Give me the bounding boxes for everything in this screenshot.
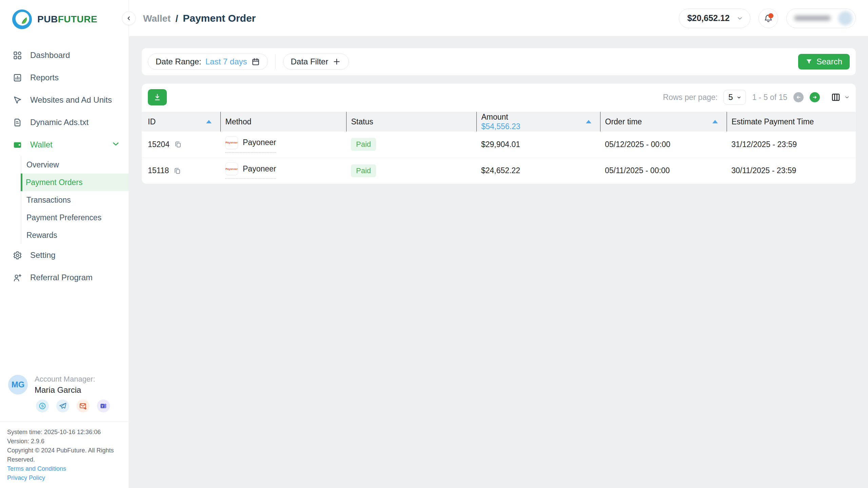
- copy-icon[interactable]: [174, 167, 181, 175]
- sidebar-item-transactions[interactable]: Transactions: [21, 191, 129, 209]
- copy-icon[interactable]: [174, 141, 182, 148]
- header-id[interactable]: ID: [142, 112, 220, 131]
- telegram-icon[interactable]: [56, 400, 69, 412]
- status-badge: Paid: [351, 164, 376, 177]
- order-id: 15118: [148, 166, 169, 175]
- rows-per-page-value: 5: [728, 93, 733, 102]
- sidebar-item-setting[interactable]: Setting: [0, 244, 129, 266]
- sidebar: PUBFUTURE Dashboard: [0, 0, 129, 488]
- sidebar-item-websites-ad-units[interactable]: Websites and Ad Units: [0, 89, 129, 111]
- app-root: PUBFUTURE Dashboard: [0, 0, 868, 488]
- amount-total: $54,556.23: [481, 122, 520, 131]
- notification-badge: [768, 13, 773, 18]
- order-time: 05/12/2025 - 00:00: [605, 140, 670, 149]
- header-order-time[interactable]: Order time: [600, 112, 727, 131]
- chevron-left-icon: [126, 15, 132, 21]
- payoneer-logo: Payoneer: [225, 162, 238, 175]
- balance-dropdown[interactable]: $20,652.12: [679, 8, 750, 28]
- page-title: Payment Order: [183, 13, 256, 24]
- dashboard-icon: [13, 51, 22, 60]
- filter-funnel-icon: [806, 58, 812, 65]
- rows-per-page-label: Rows per page:: [663, 93, 717, 102]
- payment-method[interactable]: Payoneer Payoneer: [225, 136, 276, 153]
- divider: [0, 421, 129, 422]
- download-icon: [153, 93, 162, 102]
- manager-name: Maria Garcia: [35, 385, 95, 395]
- sidebar-item-label: Websites and Ad Units: [30, 95, 112, 105]
- order-amount: $29,904.01: [481, 140, 520, 149]
- terms-link[interactable]: Terms and Conditions: [7, 464, 122, 473]
- header-estimate-payment-time[interactable]: Estimate Payment Time: [727, 112, 856, 131]
- notifications-button[interactable]: [758, 8, 778, 28]
- email-icon[interactable]: [77, 400, 90, 412]
- header-amount[interactable]: Amount $54,556.23: [476, 112, 600, 131]
- header-method-label: Method: [225, 117, 252, 126]
- sidebar-item-reports[interactable]: Reports: [0, 66, 129, 89]
- chevron-down-icon: [111, 139, 120, 150]
- previous-page-button[interactable]: [793, 92, 804, 102]
- sidebar-item-label: Referral Program: [30, 273, 93, 282]
- sidebar-item-referral-program[interactable]: Referral Program: [0, 266, 129, 289]
- manager-label: Account Manager:: [35, 375, 95, 384]
- table-toolbar: Rows per page: 5 1 - 5 of 15: [142, 84, 856, 112]
- date-range-filter[interactable]: Date Range: Last 7 days: [148, 54, 268, 70]
- sidebar-item-rewards[interactable]: Rewards: [21, 226, 129, 244]
- estimate-payment-time: 30/11/2025 - 23:59: [731, 166, 796, 175]
- pagination-range: 1 - 5 of 15: [752, 93, 787, 102]
- chevron-down-icon: [736, 95, 742, 100]
- system-time: System time: 2025-10-16 12:36:06: [7, 428, 122, 437]
- plus-icon: [332, 57, 341, 66]
- arrow-right-icon: [812, 94, 818, 100]
- header-order-time-label: Order time: [605, 117, 642, 126]
- column-picker[interactable]: [831, 92, 850, 102]
- sidebar-collapse-button[interactable]: [122, 12, 136, 25]
- arrow-left-icon: [795, 94, 802, 100]
- sidebar-item-dynamic-ads[interactable]: Dynamic Ads.txt: [0, 111, 129, 134]
- calendar-icon: [251, 57, 260, 66]
- sidebar-item-payment-preferences[interactable]: Payment Preferences: [21, 209, 129, 226]
- order-amount: $24,652.22: [481, 166, 520, 175]
- header-method[interactable]: Method: [220, 112, 346, 131]
- search-button-label: Search: [816, 57, 842, 66]
- chevron-down-icon: [844, 95, 850, 100]
- privacy-link[interactable]: Privacy Policy: [7, 473, 122, 483]
- breadcrumb-wallet[interactable]: Wallet: [143, 13, 171, 24]
- sidebar-item-payment-orders[interactable]: Payment Orders: [21, 174, 129, 191]
- table-row: 15204 Payoneer Payoneer: [142, 131, 856, 158]
- svg-text:S: S: [41, 404, 44, 408]
- version: Version: 2.9.6: [7, 437, 122, 446]
- sidebar-item-overview[interactable]: Overview: [21, 156, 129, 174]
- sidebar-item-wallet[interactable]: Wallet: [0, 134, 129, 156]
- payment-method-name: Payoneer: [243, 164, 276, 174]
- topbar: Wallet / Payment Order $20,652.12: [129, 0, 868, 37]
- content: Date Range: Last 7 days Data Filter Sear…: [129, 37, 868, 488]
- user-avatar-redacted: [838, 11, 852, 25]
- manager-avatar: MG: [8, 375, 28, 394]
- sort-ascending-icon: [206, 120, 212, 123]
- svg-text:T: T: [101, 404, 103, 408]
- search-button[interactable]: Search: [798, 54, 850, 69]
- sidebar-footer: MG Account Manager: Maria Garcia S T: [0, 375, 129, 488]
- submenu-item-label: Payment Preferences: [26, 213, 101, 222]
- user-menu[interactable]: [786, 8, 856, 28]
- copyright: Copyright © 2024 PubFuture. All Rights R…: [7, 446, 122, 464]
- date-range-label: Date Range:: [156, 57, 201, 66]
- brand-logo[interactable]: PUBFUTURE: [0, 0, 129, 30]
- document-icon: [13, 118, 22, 127]
- data-filter-button[interactable]: Data Filter: [283, 54, 349, 70]
- teams-icon[interactable]: T: [97, 400, 110, 412]
- submenu-item-label: Overview: [26, 160, 59, 169]
- payment-method[interactable]: Payoneer Payoneer: [225, 162, 276, 179]
- header-status[interactable]: Status: [346, 112, 476, 131]
- brand-name: PUBFUTURE: [37, 14, 97, 25]
- rows-per-page-select[interactable]: 5: [724, 90, 746, 105]
- columns-icon: [831, 92, 841, 102]
- next-page-button[interactable]: [810, 92, 820, 102]
- account-manager-block: MG Account Manager: Maria Garcia: [0, 375, 129, 395]
- download-button[interactable]: [148, 89, 167, 105]
- sort-ascending-icon: [712, 120, 718, 123]
- sidebar-item-dashboard[interactable]: Dashboard: [0, 44, 129, 66]
- submenu-item-label: Rewards: [26, 231, 57, 240]
- skype-icon[interactable]: S: [36, 400, 49, 412]
- sidebar-item-label: Dynamic Ads.txt: [30, 118, 88, 127]
